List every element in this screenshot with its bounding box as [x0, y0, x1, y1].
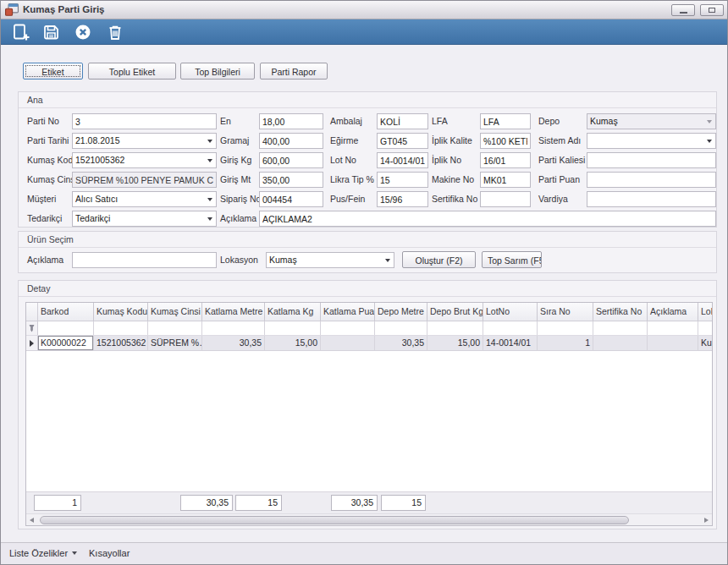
data-cell[interactable]: 1 [538, 336, 593, 350]
column-header[interactable]: Depo Metre [375, 303, 427, 321]
filter-cell[interactable] [148, 321, 202, 335]
filter-cell[interactable] [38, 321, 94, 335]
urun-aciklama-field[interactable] [72, 252, 217, 268]
column-header[interactable]: Sıra No [538, 303, 593, 321]
maximize-button[interactable] [700, 4, 724, 16]
scroll-right-arrow[interactable] [704, 518, 709, 523]
statusbar: Liste Özelikler Kısayollar [1, 542, 727, 565]
parti-puan-field[interactable] [587, 172, 716, 188]
filter-cell[interactable] [427, 321, 483, 335]
focused-row-indicator [26, 336, 38, 350]
top-bilgileri-button[interactable]: Top Bilgileri [180, 63, 255, 80]
lot-no-field[interactable] [377, 152, 428, 168]
scroll-left-arrow[interactable] [30, 518, 34, 523]
makine-no-field[interactable] [480, 172, 531, 188]
data-cell[interactable] [321, 336, 375, 350]
column-header[interactable]: Depo Brut Kg [427, 303, 483, 321]
olustur-button[interactable]: Oluştur (F2) [402, 251, 476, 268]
filter-cell[interactable] [698, 321, 713, 335]
likra-tip-field[interactable] [377, 172, 428, 188]
filter-cell[interactable] [94, 321, 148, 335]
save-button[interactable] [41, 23, 62, 41]
parti-no-field[interactable] [72, 113, 217, 129]
toplu-etiket-button[interactable]: Toplu Etiket [88, 63, 176, 80]
sistem-adi-combo[interactable] [587, 133, 716, 149]
column-header[interactable]: LotNo [483, 303, 538, 321]
chevron-down-icon [207, 198, 212, 201]
chevron-down-icon [207, 217, 212, 221]
en-field[interactable] [259, 113, 323, 129]
summary-katlama-kg: 15 [235, 495, 282, 511]
etiket-button[interactable]: Etiket [23, 63, 83, 80]
iplik-kalite-field[interactable] [480, 133, 531, 149]
data-cell[interactable]: 30,35 [202, 336, 265, 350]
iplik-no-field[interactable] [480, 152, 531, 168]
column-header[interactable]: Barkod [38, 303, 94, 321]
musteri-combo[interactable]: Alıcı Satıcı [72, 191, 217, 207]
vardiya-field[interactable] [587, 191, 716, 207]
sertifika-no-field[interactable] [480, 191, 531, 207]
summary-depo-brut-kg: 15 [381, 495, 426, 511]
lokasyon-combo[interactable]: Kumaş [266, 252, 394, 268]
data-cell[interactable]: 15,00 [265, 336, 321, 350]
column-header[interactable]: Lok [698, 303, 713, 321]
lfa-field[interactable] [480, 113, 531, 129]
row-indicator-header [26, 303, 38, 321]
gramaj-field[interactable] [259, 133, 323, 149]
detay-grid: BarkodKumaş KoduKumaş CinsiKatlama Metre… [25, 302, 713, 526]
parti-kaliesi-field[interactable] [587, 152, 716, 168]
filter-cell[interactable] [202, 321, 265, 335]
aciklama-field[interactable] [259, 211, 716, 227]
liste-ozelikler-menu[interactable]: Liste Özelikler [9, 548, 77, 558]
pus-fein-field[interactable] [377, 191, 428, 207]
parti-tarihi-combo[interactable]: 21.08.2015 [72, 133, 217, 149]
horizontal-scrollbar[interactable] [26, 513, 712, 526]
filter-cell[interactable] [538, 321, 593, 335]
kumas-kodu-combo[interactable]: 1521005362 [72, 152, 217, 168]
kisayollar-menu[interactable]: Kısayollar [89, 548, 130, 558]
filter-cell[interactable] [375, 321, 427, 335]
lokasyon-value: Kumaş [269, 255, 382, 265]
filter-cell[interactable] [483, 321, 538, 335]
tedarikci-combo[interactable]: Tedarikçi [72, 211, 217, 227]
top-sarim-button[interactable]: Top Sarım (F5) [482, 251, 542, 268]
column-header[interactable]: Sertifika No [593, 303, 648, 321]
data-cell[interactable]: 15,00 [427, 336, 483, 350]
delete-button[interactable] [106, 23, 126, 41]
filter-cell[interactable] [593, 321, 648, 335]
data-cell[interactable]: Kum [698, 336, 713, 350]
scrollbar-thumb[interactable] [40, 516, 629, 524]
egirme-field[interactable] [377, 133, 428, 149]
sertifika-no-label: Sertifika No [432, 194, 477, 205]
siparis-no-field[interactable] [259, 191, 323, 207]
chevron-down-icon [207, 140, 212, 143]
cancel-button[interactable] [74, 23, 94, 41]
data-cell[interactable]: 30,35 [375, 336, 427, 350]
data-cell[interactable]: SÜPREM %… [148, 336, 202, 350]
column-header[interactable]: Katlama Metre [202, 303, 265, 321]
column-header[interactable]: Kumaş Kodu [94, 303, 148, 321]
new-record-button[interactable] [12, 23, 32, 41]
filter-cell[interactable] [321, 321, 375, 335]
data-cell[interactable]: 1521005362 [94, 336, 148, 350]
grid-data-row[interactable]: K000000221521005362SÜPREM %…30,3515,0030… [26, 336, 713, 351]
column-header[interactable]: Katlama Puan [321, 303, 375, 321]
minimize-button[interactable] [671, 4, 695, 16]
data-cell[interactable] [648, 336, 698, 350]
pus-fein-label: Pus/Fein [330, 194, 365, 205]
filter-cell[interactable] [265, 321, 321, 335]
data-cell[interactable] [593, 336, 648, 350]
filter-cell[interactable] [648, 321, 698, 335]
data-cell[interactable]: 14-0014/01 [483, 336, 538, 350]
giris-kg-field[interactable] [259, 152, 323, 168]
ambalaj-field[interactable] [377, 113, 428, 129]
summary-depo-metre: 30,35 [331, 495, 378, 511]
data-cell[interactable]: K00000022 [38, 336, 94, 350]
column-header[interactable]: Açıklama [648, 303, 698, 321]
new-document-icon [12, 23, 30, 41]
parti-rapor-button[interactable]: Parti Rapor [260, 63, 328, 80]
siparis-no-label: Sipariş No [220, 194, 261, 205]
column-header[interactable]: Katlama Kg [265, 303, 321, 321]
column-header[interactable]: Kumaş Cinsi [148, 303, 202, 321]
giris-mt-field[interactable] [259, 172, 323, 188]
